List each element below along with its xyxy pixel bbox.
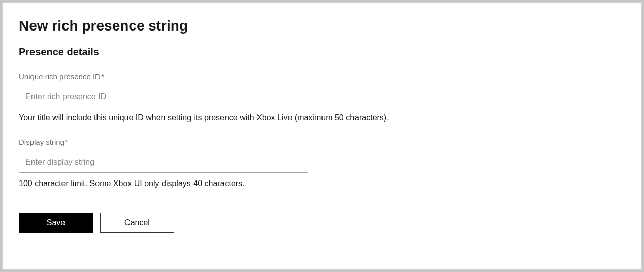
unique-id-label: Unique rich presence ID* xyxy=(19,72,625,81)
display-string-label-text: Display string xyxy=(19,138,65,146)
display-string-field-group: Display string* 100 character limit. Som… xyxy=(19,138,625,188)
unique-id-input[interactable] xyxy=(19,86,308,107)
form-panel: New rich presence string Presence detail… xyxy=(2,2,642,270)
unique-id-field-group: Unique rich presence ID* Your title will… xyxy=(19,72,625,123)
unique-id-label-text: Unique rich presence ID xyxy=(19,72,101,81)
display-string-label: Display string* xyxy=(19,138,625,146)
page-title: New rich presence string xyxy=(19,18,625,34)
save-button[interactable]: Save xyxy=(19,213,93,233)
unique-id-help: Your title will include this unique ID w… xyxy=(19,113,625,123)
required-marker: * xyxy=(65,138,68,146)
required-marker: * xyxy=(101,72,104,81)
button-row: Save Cancel xyxy=(19,213,625,233)
display-string-help: 100 character limit. Some Xbox UI only d… xyxy=(19,179,625,188)
display-string-input[interactable] xyxy=(19,152,308,173)
section-title: Presence details xyxy=(19,46,625,58)
cancel-button[interactable]: Cancel xyxy=(100,213,174,233)
